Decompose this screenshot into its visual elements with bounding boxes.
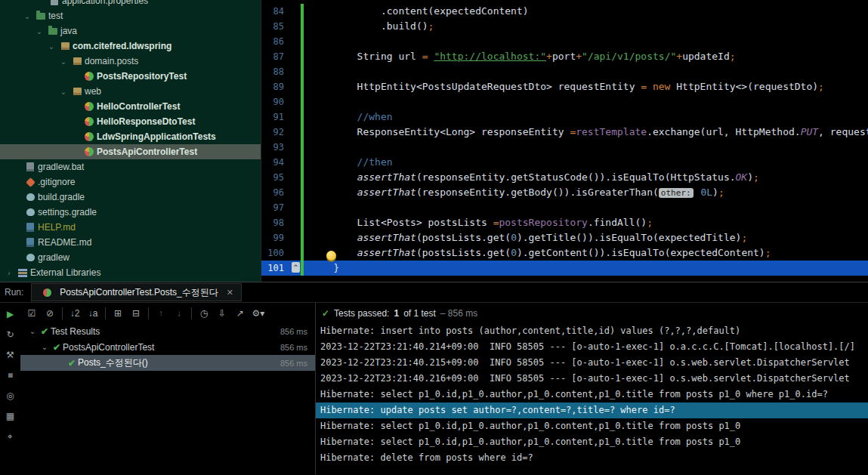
stop-button[interactable]: ■ xyxy=(4,369,17,382)
editor-gutter[interactable] xyxy=(287,170,310,185)
tree-item[interactable]: README.md xyxy=(0,235,261,250)
layout-settings-icon[interactable]: ▦ xyxy=(4,409,17,423)
chevron-down-icon[interactable]: ⌄ xyxy=(26,327,39,335)
code-line[interactable]: 94 //then xyxy=(261,155,868,170)
import-test-results-button[interactable]: ⇩ xyxy=(214,306,230,321)
tree-item[interactable]: settings.gradle xyxy=(0,205,261,220)
editor-gutter[interactable] xyxy=(287,125,310,140)
collapse-all-button[interactable]: ⊟ xyxy=(128,306,144,321)
line-number[interactable]: 85 xyxy=(261,19,287,34)
code-line[interactable]: 87 String url = "http://localhost:"+port… xyxy=(261,49,868,64)
test-history-button[interactable]: ◷ xyxy=(196,306,212,321)
build-project-button[interactable]: ⚒ xyxy=(4,348,17,362)
editor-gutter[interactable] xyxy=(287,245,310,261)
line-number[interactable]: 94 xyxy=(261,155,287,170)
console-line[interactable]: Hibernate: insert into posts (author,con… xyxy=(316,323,868,339)
editor-gutter[interactable] xyxy=(287,79,310,94)
console-line[interactable]: Hibernate: select p1_0.id,p1_0.author,p1… xyxy=(316,418,868,434)
chevron-down-icon[interactable]: ⌄ xyxy=(57,57,70,66)
code-line[interactable]: 98 List<Posts> postsLists =postsReposito… xyxy=(261,215,868,230)
editor-gutter[interactable] xyxy=(287,34,310,49)
code-line[interactable]: 93 xyxy=(261,140,868,155)
line-number[interactable]: 90 xyxy=(261,94,287,109)
line-number[interactable]: 86 xyxy=(261,34,287,49)
chevron-right-icon[interactable]: › xyxy=(3,269,15,277)
line-number[interactable]: 96 xyxy=(261,185,287,200)
tree-item[interactable]: HelloResponseDtoTest xyxy=(0,114,261,129)
tree-item[interactable]: gradlew xyxy=(0,250,261,265)
export-test-results-button[interactable]: ↗ xyxy=(232,306,249,321)
line-number[interactable]: 84 xyxy=(261,4,287,19)
settings-button[interactable]: ⚙▾ xyxy=(250,306,267,321)
line-number[interactable]: 98 xyxy=(261,215,287,230)
show-ignored-toggle[interactable]: ⊘ xyxy=(42,306,58,321)
code-line[interactable]: 88 xyxy=(261,64,868,79)
code-line[interactable]: 99 assertThat(postsLists.get(0).getTitle… xyxy=(261,230,868,245)
sort-alphabetically-toggle[interactable]: ↓a xyxy=(85,306,101,321)
line-number[interactable]: 97 xyxy=(261,200,287,215)
code-line[interactable]: 89 HttpEntity<PostsUpdateRequestDto> req… xyxy=(261,79,868,94)
fold-marker-icon[interactable]: ^ xyxy=(292,262,300,273)
code-line[interactable]: 91 //when xyxy=(261,109,868,125)
line-number[interactable]: 88 xyxy=(261,64,287,79)
editor-gutter[interactable] xyxy=(287,185,310,200)
tree-item[interactable]: HelloControllerTest xyxy=(0,99,261,114)
coverage-icon[interactable]: ◎ xyxy=(4,389,17,403)
code-line[interactable]: 84 .content(expectedContent) xyxy=(261,4,868,19)
close-icon[interactable]: ✕ xyxy=(227,288,233,298)
console-line[interactable]: 2023-12-22T23:21:40.215+09:00 INFO 58505… xyxy=(316,355,868,371)
run-tab[interactable]: PostsApiControllerTest.Posts_수정된다 ✕ xyxy=(31,283,242,301)
editor-gutter[interactable] xyxy=(287,230,310,245)
line-number[interactable]: 93 xyxy=(261,140,287,155)
editor-gutter[interactable] xyxy=(287,140,310,155)
tree-item[interactable]: HELP.md xyxy=(0,220,261,235)
test-tree-item[interactable]: ⌄✔PostsApiControllerTest856 ms xyxy=(20,339,315,355)
editor-gutter[interactable] xyxy=(287,200,310,215)
console-line[interactable]: Hibernate: select p1_0.id,p1_0.author,p1… xyxy=(316,387,868,403)
rerun-failed-tests-button[interactable]: ↻ xyxy=(4,328,17,341)
line-number[interactable]: 87 xyxy=(261,49,287,64)
tree-item[interactable]: ⌄java xyxy=(0,23,261,39)
code-line[interactable]: 95 assertThat(responseEntity.getStatusCo… xyxy=(261,170,868,185)
editor-gutter[interactable] xyxy=(287,19,310,34)
tree-item[interactable]: build.gradle xyxy=(0,190,261,205)
lightbulb-icon[interactable] xyxy=(326,251,336,261)
code-line[interactable]: 86 xyxy=(261,34,868,49)
tree-item[interactable]: PostsApiControllerTest xyxy=(0,144,261,159)
editor-gutter[interactable] xyxy=(287,109,310,125)
console-line[interactable]: 2023-12-22T23:21:40.216+09:00 INFO 58505… xyxy=(316,371,868,387)
tree-item[interactable]: LdwSpringApplicationTests xyxy=(0,129,261,144)
pin-tab-icon[interactable]: ⌖ xyxy=(4,430,17,443)
expand-all-button[interactable]: ⊞ xyxy=(110,306,126,321)
editor-gutter[interactable] xyxy=(287,215,310,230)
tree-item[interactable]: ›External Libraries xyxy=(0,265,261,280)
code-line[interactable]: 101^ } xyxy=(261,261,868,276)
line-number[interactable]: 91 xyxy=(261,109,287,125)
editor-gutter[interactable] xyxy=(287,4,310,19)
editor-gutter[interactable]: ^ xyxy=(287,261,310,276)
line-number[interactable]: 92 xyxy=(261,125,287,140)
tree-item[interactable]: ⌄com.citefred.ldwspring xyxy=(0,39,261,54)
test-tree-item[interactable]: ✔Posts_수정된다()856 ms xyxy=(20,355,315,371)
show-passed-toggle[interactable]: ☑ xyxy=(23,306,40,321)
tree-item[interactable]: PostsRepositoryTest xyxy=(0,69,261,84)
code-line[interactable]: 97 xyxy=(261,200,868,215)
chevron-down-icon[interactable]: ⌄ xyxy=(57,88,70,96)
code-editor[interactable]: 84 .content(expectedContent)85 .build();… xyxy=(261,0,868,282)
line-number[interactable]: 100 xyxy=(261,245,287,261)
editor-gutter[interactable] xyxy=(287,155,310,170)
line-number[interactable]: 99 xyxy=(261,230,287,245)
code-line[interactable]: 85 .build(); xyxy=(261,19,868,34)
chevron-down-icon[interactable]: ⌄ xyxy=(39,343,51,351)
rerun-tests-button[interactable]: ▶ xyxy=(4,307,17,321)
code-line[interactable]: 96 assertThat(responseEntity.getBody()).… xyxy=(261,185,868,200)
test-tree-item[interactable]: ⌄✔Test Results856 ms xyxy=(20,323,315,339)
code-line[interactable]: 90 xyxy=(261,94,868,109)
editor-gutter[interactable] xyxy=(287,64,310,79)
console-line[interactable]: Hibernate: select p1_0.id,p1_0.author,p1… xyxy=(316,434,868,450)
next-failed-test-button[interactable]: ↓ xyxy=(171,306,187,321)
tree-item[interactable]: ⌄web xyxy=(0,84,261,99)
previous-failed-test-button[interactable]: ↑ xyxy=(153,306,169,321)
sort-by-duration-toggle[interactable]: ↓2 xyxy=(66,306,83,321)
tree-item[interactable]: gradlew.bat xyxy=(0,159,261,174)
